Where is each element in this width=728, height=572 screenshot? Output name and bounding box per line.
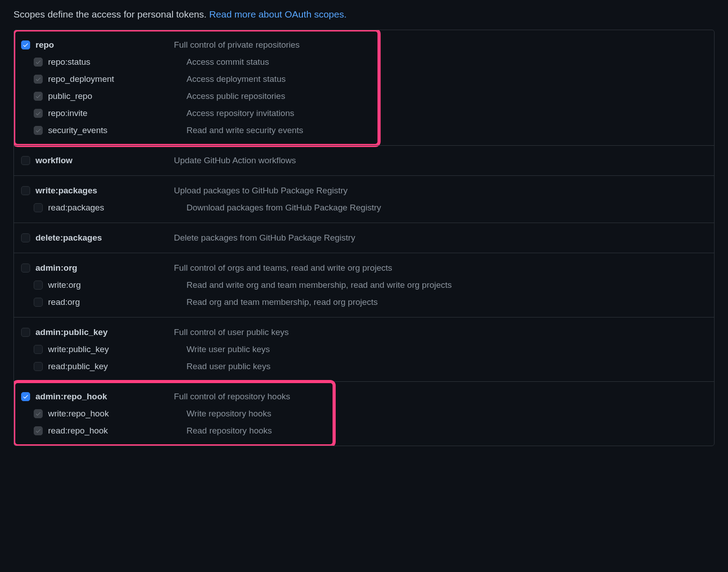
scope-name[interactable]: public_repo bbox=[48, 91, 92, 101]
scope-desc: Read user public keys bbox=[186, 362, 271, 371]
scope-name-column: admin:org bbox=[21, 263, 174, 273]
scope-row: repoFull control of private repositories bbox=[21, 36, 707, 54]
scope-desc: Write repository hooks bbox=[186, 409, 271, 419]
scope-desc: Delete packages from GitHub Package Regi… bbox=[174, 233, 355, 243]
scope-row: delete:packagesDelete packages from GitH… bbox=[21, 229, 707, 246]
scope-name-column: write:org bbox=[34, 280, 186, 290]
scope-name[interactable]: repo:status bbox=[48, 57, 90, 67]
scope-desc: Full control of orgs and teams, read and… bbox=[174, 263, 392, 273]
scope-name-column: admin:repo_hook bbox=[21, 392, 174, 402]
scope-name-column: repo:status bbox=[34, 57, 186, 67]
scope-row: write:public_keyWrite user public keys bbox=[21, 341, 707, 358]
scope-name[interactable]: write:repo_hook bbox=[48, 409, 109, 419]
scope-name[interactable]: read:public_key bbox=[48, 362, 108, 371]
checkbox-read-org[interactable] bbox=[34, 298, 43, 307]
scope-desc: Read repository hooks bbox=[186, 426, 272, 436]
scope-name-column: workflow bbox=[21, 156, 174, 165]
scope-group: admin:public_keyFull control of user pub… bbox=[14, 317, 714, 381]
scope-name[interactable]: repo bbox=[36, 40, 54, 50]
scope-name-column: write:repo_hook bbox=[34, 409, 186, 419]
scope-name[interactable]: admin:org bbox=[36, 263, 77, 273]
scope-row: admin:repo_hookFull control of repositor… bbox=[21, 388, 707, 405]
scope-name-column: delete:packages bbox=[21, 233, 174, 243]
scope-row: admin:orgFull control of orgs and teams,… bbox=[21, 259, 707, 277]
scope-row: security_eventsRead and write security e… bbox=[21, 122, 707, 139]
scope-desc: Upload packages to GitHub Package Regist… bbox=[174, 186, 348, 196]
scope-desc: Download packages from GitHub Package Re… bbox=[186, 203, 381, 213]
scope-name[interactable]: workflow bbox=[36, 156, 72, 165]
scope-row: read:packagesDownload packages from GitH… bbox=[21, 199, 707, 216]
scope-desc: Write user public keys bbox=[186, 344, 270, 354]
scope-desc: Read org and team membership, read org p… bbox=[186, 297, 378, 307]
scope-name[interactable]: admin:public_key bbox=[36, 327, 108, 337]
scope-row: write:orgRead and write org and team mem… bbox=[21, 277, 707, 294]
scope-name-column: read:public_key bbox=[34, 362, 186, 371]
scope-desc: Access public repositories bbox=[186, 91, 285, 101]
scope-group: workflowUpdate GitHub Action workflows bbox=[14, 145, 714, 175]
scope-name[interactable]: admin:repo_hook bbox=[36, 392, 107, 402]
scope-desc: Update GitHub Action workflows bbox=[174, 156, 296, 165]
scope-desc: Read and write security events bbox=[186, 125, 303, 135]
scope-name[interactable]: repo_deployment bbox=[48, 74, 114, 84]
checkbox-read-repo_hook[interactable] bbox=[34, 426, 43, 435]
scope-name[interactable]: write:org bbox=[48, 280, 81, 290]
scopes-list: repoFull control of private repositories… bbox=[13, 30, 715, 446]
scope-desc: Read and write org and team membership, … bbox=[186, 280, 452, 290]
scope-group: write:packagesUpload packages to GitHub … bbox=[14, 175, 714, 223]
scope-name-column: repo:invite bbox=[34, 108, 186, 118]
scope-row: repo:inviteAccess repository invitations bbox=[21, 105, 707, 122]
checkbox-repo-invite[interactable] bbox=[34, 109, 43, 118]
scope-name-column: repo_deployment bbox=[34, 74, 186, 84]
scope-name-column: write:public_key bbox=[34, 344, 186, 354]
scope-row: read:public_keyRead user public keys bbox=[21, 358, 707, 375]
scope-desc: Full control of repository hooks bbox=[174, 392, 290, 402]
checkbox-admin-repo_hook[interactable] bbox=[21, 392, 30, 401]
scope-name-column: read:packages bbox=[34, 203, 186, 213]
scope-name-column: admin:public_key bbox=[21, 327, 174, 337]
scope-desc: Full control of private repositories bbox=[174, 40, 300, 50]
intro-text: Scopes define the access for personal to… bbox=[13, 9, 209, 19]
intro-link[interactable]: Read more about OAuth scopes. bbox=[209, 9, 346, 19]
scope-name[interactable]: read:repo_hook bbox=[48, 426, 108, 436]
scope-desc: Access repository invitations bbox=[186, 108, 294, 118]
scope-row: read:orgRead org and team membership, re… bbox=[21, 294, 707, 311]
scope-group: delete:packagesDelete packages from GitH… bbox=[14, 223, 714, 253]
checkbox-read-public_key[interactable] bbox=[34, 362, 43, 371]
checkbox-write-public_key[interactable] bbox=[34, 345, 43, 354]
scope-row: public_repoAccess public repositories bbox=[21, 88, 707, 105]
checkbox-workflow[interactable] bbox=[21, 156, 30, 165]
scope-group: repoFull control of private repositories… bbox=[14, 30, 714, 145]
scope-row: repo_deploymentAccess deployment status bbox=[21, 71, 707, 88]
scope-name-column: public_repo bbox=[34, 91, 186, 101]
checkbox-repo[interactable] bbox=[21, 40, 30, 49]
checkbox-admin-org[interactable] bbox=[21, 264, 30, 273]
scope-name[interactable]: read:packages bbox=[48, 203, 104, 213]
scope-row: repo:statusAccess commit status bbox=[21, 54, 707, 71]
scope-group: admin:repo_hookFull control of repositor… bbox=[14, 381, 714, 446]
scope-desc: Full control of user public keys bbox=[174, 327, 289, 337]
scope-name[interactable]: read:org bbox=[48, 297, 80, 307]
scope-name[interactable]: write:packages bbox=[36, 186, 97, 196]
checkbox-admin-public_key[interactable] bbox=[21, 328, 30, 337]
checkbox-security_events[interactable] bbox=[34, 126, 43, 135]
scope-name[interactable]: delete:packages bbox=[36, 233, 102, 243]
scope-name-column: write:packages bbox=[21, 186, 174, 196]
checkbox-write-repo_hook[interactable] bbox=[34, 409, 43, 418]
scope-name-column: repo bbox=[21, 40, 174, 50]
checkbox-write-org[interactable] bbox=[34, 281, 43, 290]
scope-row: read:repo_hookRead repository hooks bbox=[21, 422, 707, 439]
scope-name[interactable]: repo:invite bbox=[48, 108, 88, 118]
scope-desc: Access deployment status bbox=[186, 74, 286, 84]
checkbox-repo_deployment[interactable] bbox=[34, 75, 43, 84]
scope-name[interactable]: security_events bbox=[48, 125, 107, 135]
checkbox-read-packages[interactable] bbox=[34, 203, 43, 212]
checkbox-delete-packages[interactable] bbox=[21, 233, 30, 242]
checkbox-write-packages[interactable] bbox=[21, 186, 30, 195]
scope-name-column: read:repo_hook bbox=[34, 426, 186, 436]
scope-name[interactable]: write:public_key bbox=[48, 344, 109, 354]
scope-name-column: read:org bbox=[34, 297, 186, 307]
checkbox-public_repo[interactable] bbox=[34, 92, 43, 101]
scope-row: admin:public_keyFull control of user pub… bbox=[21, 324, 707, 341]
scopes-intro: Scopes define the access for personal to… bbox=[13, 9, 715, 20]
checkbox-repo-status[interactable] bbox=[34, 58, 43, 67]
